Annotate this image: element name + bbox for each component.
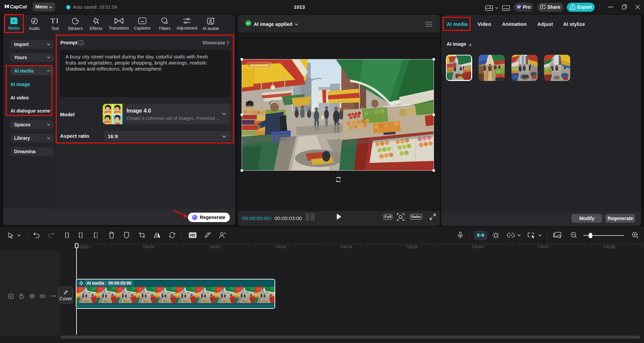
- svg-text:00:07: 00:07: [540, 245, 549, 249]
- svg-text:T: T: [51, 17, 55, 25]
- svg-text:I: I: [56, 17, 58, 25]
- svg-text:HD: HD: [190, 233, 195, 237]
- svg-text:00:08: 00:08: [606, 245, 615, 249]
- svg-text:00:03: 00:03: [277, 245, 286, 249]
- svg-text:00:04: 00:04: [343, 245, 352, 249]
- svg-text:00:05: 00:05: [408, 245, 418, 249]
- svg-text:00:00: 00:00: [80, 245, 89, 249]
- svg-text:00:02: 00:02: [211, 245, 220, 249]
- svg-text:00:01: 00:01: [145, 245, 155, 249]
- svg-text:00:06: 00:06: [474, 245, 484, 249]
